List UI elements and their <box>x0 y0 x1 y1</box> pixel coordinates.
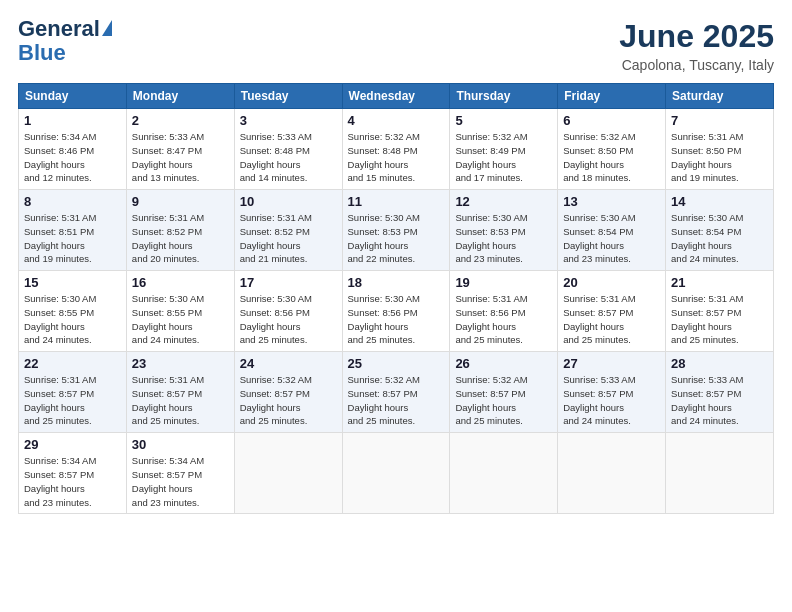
day-info: Sunrise: 5:33 AMSunset: 8:57 PMDaylight … <box>671 373 768 428</box>
calendar-cell: 4 Sunrise: 5:32 AMSunset: 8:48 PMDayligh… <box>342 109 450 190</box>
day-number: 21 <box>671 275 768 290</box>
calendar-cell <box>450 433 558 514</box>
day-number: 14 <box>671 194 768 209</box>
day-number: 8 <box>24 194 121 209</box>
day-number: 30 <box>132 437 229 452</box>
day-number: 20 <box>563 275 660 290</box>
day-info: Sunrise: 5:30 AMSunset: 8:54 PMDaylight … <box>563 211 660 266</box>
col-saturday: Saturday <box>666 84 774 109</box>
day-number: 13 <box>563 194 660 209</box>
calendar-cell: 2 Sunrise: 5:33 AMSunset: 8:47 PMDayligh… <box>126 109 234 190</box>
calendar-cell: 8 Sunrise: 5:31 AMSunset: 8:51 PMDayligh… <box>19 190 127 271</box>
day-number: 7 <box>671 113 768 128</box>
day-number: 2 <box>132 113 229 128</box>
calendar-cell: 22 Sunrise: 5:31 AMSunset: 8:57 PMDaylig… <box>19 352 127 433</box>
calendar-cell: 10 Sunrise: 5:31 AMSunset: 8:52 PMDaylig… <box>234 190 342 271</box>
day-number: 29 <box>24 437 121 452</box>
day-info: Sunrise: 5:33 AMSunset: 8:57 PMDaylight … <box>563 373 660 428</box>
day-number: 10 <box>240 194 337 209</box>
logo: General Blue <box>18 18 112 66</box>
day-number: 9 <box>132 194 229 209</box>
calendar-cell: 23 Sunrise: 5:31 AMSunset: 8:57 PMDaylig… <box>126 352 234 433</box>
calendar-cell: 21 Sunrise: 5:31 AMSunset: 8:57 PMDaylig… <box>666 271 774 352</box>
calendar-cell: 16 Sunrise: 5:30 AMSunset: 8:55 PMDaylig… <box>126 271 234 352</box>
day-info: Sunrise: 5:34 AMSunset: 8:46 PMDaylight … <box>24 130 121 185</box>
day-number: 15 <box>24 275 121 290</box>
calendar-week-1: 1 Sunrise: 5:34 AMSunset: 8:46 PMDayligh… <box>19 109 774 190</box>
calendar-cell: 3 Sunrise: 5:33 AMSunset: 8:48 PMDayligh… <box>234 109 342 190</box>
day-info: Sunrise: 5:32 AMSunset: 8:48 PMDaylight … <box>348 130 445 185</box>
day-info: Sunrise: 5:30 AMSunset: 8:55 PMDaylight … <box>24 292 121 347</box>
day-number: 26 <box>455 356 552 371</box>
day-info: Sunrise: 5:32 AMSunset: 8:49 PMDaylight … <box>455 130 552 185</box>
calendar-cell: 7 Sunrise: 5:31 AMSunset: 8:50 PMDayligh… <box>666 109 774 190</box>
day-number: 24 <box>240 356 337 371</box>
calendar-cell: 26 Sunrise: 5:32 AMSunset: 8:57 PMDaylig… <box>450 352 558 433</box>
day-info: Sunrise: 5:30 AMSunset: 8:56 PMDaylight … <box>348 292 445 347</box>
col-tuesday: Tuesday <box>234 84 342 109</box>
day-number: 16 <box>132 275 229 290</box>
day-info: Sunrise: 5:31 AMSunset: 8:57 PMDaylight … <box>671 292 768 347</box>
calendar-cell: 13 Sunrise: 5:30 AMSunset: 8:54 PMDaylig… <box>558 190 666 271</box>
day-number: 23 <box>132 356 229 371</box>
day-info: Sunrise: 5:32 AMSunset: 8:57 PMDaylight … <box>240 373 337 428</box>
calendar-cell <box>342 433 450 514</box>
calendar-table: Sunday Monday Tuesday Wednesday Thursday… <box>18 83 774 514</box>
day-number: 17 <box>240 275 337 290</box>
day-info: Sunrise: 5:31 AMSunset: 8:57 PMDaylight … <box>24 373 121 428</box>
calendar-cell: 17 Sunrise: 5:30 AMSunset: 8:56 PMDaylig… <box>234 271 342 352</box>
calendar-cell: 25 Sunrise: 5:32 AMSunset: 8:57 PMDaylig… <box>342 352 450 433</box>
day-number: 11 <box>348 194 445 209</box>
calendar-cell: 30 Sunrise: 5:34 AMSunset: 8:57 PMDaylig… <box>126 433 234 514</box>
day-info: Sunrise: 5:32 AMSunset: 8:57 PMDaylight … <box>348 373 445 428</box>
day-info: Sunrise: 5:31 AMSunset: 8:57 PMDaylight … <box>563 292 660 347</box>
calendar-week-4: 22 Sunrise: 5:31 AMSunset: 8:57 PMDaylig… <box>19 352 774 433</box>
col-wednesday: Wednesday <box>342 84 450 109</box>
day-number: 27 <box>563 356 660 371</box>
calendar-cell: 18 Sunrise: 5:30 AMSunset: 8:56 PMDaylig… <box>342 271 450 352</box>
calendar-cell: 20 Sunrise: 5:31 AMSunset: 8:57 PMDaylig… <box>558 271 666 352</box>
calendar-cell: 6 Sunrise: 5:32 AMSunset: 8:50 PMDayligh… <box>558 109 666 190</box>
day-info: Sunrise: 5:30 AMSunset: 8:53 PMDaylight … <box>455 211 552 266</box>
calendar-cell <box>666 433 774 514</box>
day-number: 1 <box>24 113 121 128</box>
title-block: June 2025 Capolona, Tuscany, Italy <box>619 18 774 73</box>
day-info: Sunrise: 5:33 AMSunset: 8:47 PMDaylight … <box>132 130 229 185</box>
logo-general-text: General <box>18 18 100 40</box>
day-info: Sunrise: 5:31 AMSunset: 8:50 PMDaylight … <box>671 130 768 185</box>
calendar-week-3: 15 Sunrise: 5:30 AMSunset: 8:55 PMDaylig… <box>19 271 774 352</box>
day-info: Sunrise: 5:31 AMSunset: 8:56 PMDaylight … <box>455 292 552 347</box>
calendar-cell: 19 Sunrise: 5:31 AMSunset: 8:56 PMDaylig… <box>450 271 558 352</box>
day-info: Sunrise: 5:31 AMSunset: 8:57 PMDaylight … <box>132 373 229 428</box>
calendar-cell: 5 Sunrise: 5:32 AMSunset: 8:49 PMDayligh… <box>450 109 558 190</box>
day-info: Sunrise: 5:31 AMSunset: 8:51 PMDaylight … <box>24 211 121 266</box>
day-info: Sunrise: 5:30 AMSunset: 8:56 PMDaylight … <box>240 292 337 347</box>
day-number: 28 <box>671 356 768 371</box>
calendar-week-5: 29 Sunrise: 5:34 AMSunset: 8:57 PMDaylig… <box>19 433 774 514</box>
calendar-cell: 14 Sunrise: 5:30 AMSunset: 8:54 PMDaylig… <box>666 190 774 271</box>
calendar-cell: 9 Sunrise: 5:31 AMSunset: 8:52 PMDayligh… <box>126 190 234 271</box>
day-info: Sunrise: 5:34 AMSunset: 8:57 PMDaylight … <box>132 454 229 509</box>
day-number: 5 <box>455 113 552 128</box>
day-number: 25 <box>348 356 445 371</box>
calendar-cell <box>558 433 666 514</box>
day-info: Sunrise: 5:34 AMSunset: 8:57 PMDaylight … <box>24 454 121 509</box>
calendar-cell: 11 Sunrise: 5:30 AMSunset: 8:53 PMDaylig… <box>342 190 450 271</box>
day-number: 18 <box>348 275 445 290</box>
day-info: Sunrise: 5:30 AMSunset: 8:54 PMDaylight … <box>671 211 768 266</box>
calendar-cell: 27 Sunrise: 5:33 AMSunset: 8:57 PMDaylig… <box>558 352 666 433</box>
calendar-cell: 15 Sunrise: 5:30 AMSunset: 8:55 PMDaylig… <box>19 271 127 352</box>
location: Capolona, Tuscany, Italy <box>619 57 774 73</box>
logo-blue-text: Blue <box>18 40 66 66</box>
month-title: June 2025 <box>619 18 774 55</box>
col-monday: Monday <box>126 84 234 109</box>
day-number: 12 <box>455 194 552 209</box>
day-info: Sunrise: 5:30 AMSunset: 8:53 PMDaylight … <box>348 211 445 266</box>
day-info: Sunrise: 5:33 AMSunset: 8:48 PMDaylight … <box>240 130 337 185</box>
day-info: Sunrise: 5:32 AMSunset: 8:50 PMDaylight … <box>563 130 660 185</box>
day-number: 22 <box>24 356 121 371</box>
calendar-cell: 24 Sunrise: 5:32 AMSunset: 8:57 PMDaylig… <box>234 352 342 433</box>
col-friday: Friday <box>558 84 666 109</box>
calendar-cell: 28 Sunrise: 5:33 AMSunset: 8:57 PMDaylig… <box>666 352 774 433</box>
day-number: 19 <box>455 275 552 290</box>
